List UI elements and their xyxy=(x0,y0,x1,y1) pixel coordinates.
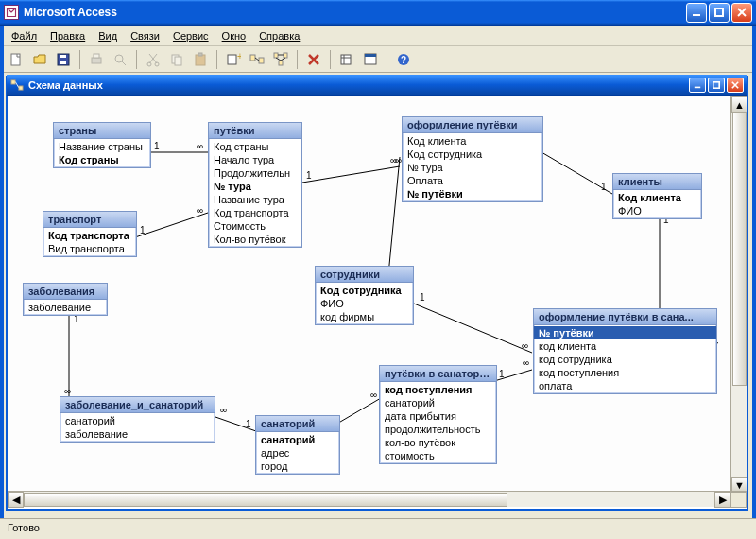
table-field[interactable]: Код клиента xyxy=(613,191,701,204)
table-field[interactable]: Продолжительн xyxy=(209,166,301,180)
table-field[interactable]: Код транспорта xyxy=(209,206,301,219)
show-table-icon[interactable]: + xyxy=(223,49,244,70)
table-field[interactable]: код клиента xyxy=(534,339,716,353)
table-field[interactable]: Код клиента xyxy=(403,134,542,148)
vertical-scrollbar[interactable]: ▲ ▼ xyxy=(730,96,747,493)
svg-line-67 xyxy=(494,370,532,381)
scroll-left-button[interactable]: ◀ xyxy=(8,492,24,508)
menu-rel[interactable]: Связи xyxy=(125,28,165,43)
menu-tools[interactable]: Сервис xyxy=(167,28,215,43)
menu-file[interactable]: Файл xyxy=(6,28,43,43)
table-field[interactable]: Кол-во путёвок xyxy=(209,233,301,246)
scroll-thumb[interactable] xyxy=(24,493,507,507)
table-header[interactable]: путёвки в санаторий xyxy=(380,366,496,382)
svg-rect-39 xyxy=(19,85,23,89)
table-field[interactable]: санаторий xyxy=(380,396,496,409)
child-maximize-button[interactable] xyxy=(708,78,725,93)
table-header[interactable]: клиенты xyxy=(613,174,701,190)
table-field[interactable]: Название страны xyxy=(54,140,150,153)
menu-help[interactable]: Справка xyxy=(253,28,305,43)
open-icon[interactable] xyxy=(29,49,50,70)
db-window-icon[interactable] xyxy=(360,49,381,70)
horizontal-scrollbar[interactable]: ◀ ▶ xyxy=(8,491,747,507)
child-close-button[interactable] xyxy=(727,78,744,93)
menu-edit[interactable]: Правка xyxy=(44,28,91,43)
relationships-canvas[interactable]: 1∞ 1∞ 1∞ 1∞ 1∞ 1∞ 1∞ 1∞ 1∞ 1∞ 1∞ страны xyxy=(8,96,747,491)
table-field[interactable]: № путёвки xyxy=(534,326,716,339)
show-direct-icon[interactable] xyxy=(247,49,267,70)
table-header[interactable]: сотрудники xyxy=(316,267,413,283)
table-header[interactable]: заболевание_и_санаторий xyxy=(60,397,215,413)
svg-rect-31 xyxy=(341,55,351,64)
table-field[interactable]: оплата xyxy=(534,379,716,392)
child-minimize-button[interactable] xyxy=(689,78,706,93)
scroll-up-button[interactable]: ▲ xyxy=(731,96,747,113)
table-field[interactable]: дата прибытия xyxy=(380,409,496,423)
table-field[interactable]: код сотрудника xyxy=(534,353,716,366)
table-field[interactable]: адрес xyxy=(256,446,339,460)
table-sanatorium[interactable]: санаторий санаторий адрес город xyxy=(255,415,340,475)
delete-icon[interactable] xyxy=(303,49,324,70)
table-header[interactable]: страны xyxy=(54,123,150,139)
table-field[interactable]: Название тура xyxy=(209,193,301,206)
table-field[interactable]: ФИО xyxy=(316,297,413,310)
scroll-thumb[interactable] xyxy=(732,113,747,386)
table-field[interactable]: Код страны xyxy=(54,153,150,166)
table-field[interactable]: санаторий xyxy=(256,433,339,446)
table-field[interactable]: Код транспорта xyxy=(43,229,136,242)
table-clients[interactable]: клиенты Код клиента ФИО xyxy=(612,173,702,219)
table-field[interactable]: стоимость xyxy=(380,449,496,462)
table-header[interactable]: оформление путёвки в сана... xyxy=(534,309,716,325)
table-field[interactable]: код поступления xyxy=(534,366,716,379)
table-field[interactable]: Оплата xyxy=(403,174,542,187)
new-object-icon[interactable] xyxy=(336,49,357,70)
menu-window[interactable]: Окно xyxy=(216,28,252,43)
svg-rect-1 xyxy=(715,9,723,16)
table-header[interactable]: транспорт xyxy=(43,212,136,228)
table-countries[interactable]: страны Название страны Код страны xyxy=(53,122,151,168)
app-logo-icon xyxy=(4,5,19,20)
table-header[interactable]: путёвки xyxy=(209,123,301,139)
table-field[interactable]: Код сотрудника xyxy=(403,148,542,161)
table-field[interactable]: Вид транспорта xyxy=(43,242,136,255)
maximize-button[interactable] xyxy=(709,3,730,23)
table-field[interactable]: код поступления xyxy=(380,383,496,396)
table-field[interactable]: Стоимость xyxy=(209,219,301,233)
paste-icon xyxy=(190,49,211,70)
table-field[interactable]: № путёвки xyxy=(403,187,542,200)
table-field[interactable]: код фирмы xyxy=(316,310,413,323)
minimize-button[interactable] xyxy=(686,3,707,23)
close-button[interactable] xyxy=(731,3,752,23)
table-field[interactable]: продолжительность xyxy=(380,423,496,436)
table-san-vouchers[interactable]: путёвки в санаторий код поступления сана… xyxy=(379,365,497,464)
table-disease-sanatorium[interactable]: заболевание_и_санаторий санаторий заболе… xyxy=(60,396,215,443)
scroll-right-button[interactable]: ▶ xyxy=(714,492,730,508)
table-diseases[interactable]: заболевания заболевание xyxy=(23,283,108,316)
table-vouchers[interactable]: путёвки Код страны Начало тура Продолжит… xyxy=(208,122,302,248)
relationships-titlebar[interactable]: Схема данных xyxy=(7,75,747,96)
table-field[interactable]: Код страны xyxy=(209,140,301,153)
table-san-booking[interactable]: оформление путёвки в сана... № путёвки к… xyxy=(533,308,717,394)
table-header[interactable]: заболевания xyxy=(24,284,107,300)
table-booking[interactable]: оформление путёвки Код клиента Код сотру… xyxy=(402,116,543,202)
table-staff[interactable]: сотрудники Код сотрудника ФИО код фирмы xyxy=(315,266,414,325)
table-field[interactable]: № тура xyxy=(403,161,542,174)
svg-text:1: 1 xyxy=(306,170,312,181)
table-field[interactable]: город xyxy=(256,460,339,473)
help-icon[interactable]: ? xyxy=(393,49,414,70)
table-field[interactable]: ФИО xyxy=(613,204,701,217)
table-field[interactable]: Код сотрудника xyxy=(316,284,413,297)
table-transport[interactable]: транспорт Код транспорта Вид транспорта xyxy=(43,211,137,257)
table-field[interactable]: Начало тура xyxy=(209,153,301,166)
save-icon[interactable] xyxy=(53,49,74,70)
table-header[interactable]: оформление путёвки xyxy=(403,117,542,133)
menu-view[interactable]: Вид xyxy=(93,28,123,43)
table-field[interactable]: санаторий xyxy=(60,414,215,427)
table-field[interactable]: кол-во путёвок xyxy=(380,436,496,449)
table-field[interactable]: заболевание xyxy=(60,427,215,441)
new-icon[interactable] xyxy=(6,49,26,70)
table-field[interactable]: № тура xyxy=(209,180,301,193)
table-field[interactable]: заболевание xyxy=(24,301,107,314)
show-all-icon[interactable] xyxy=(270,49,291,70)
table-header[interactable]: санаторий xyxy=(256,416,339,432)
